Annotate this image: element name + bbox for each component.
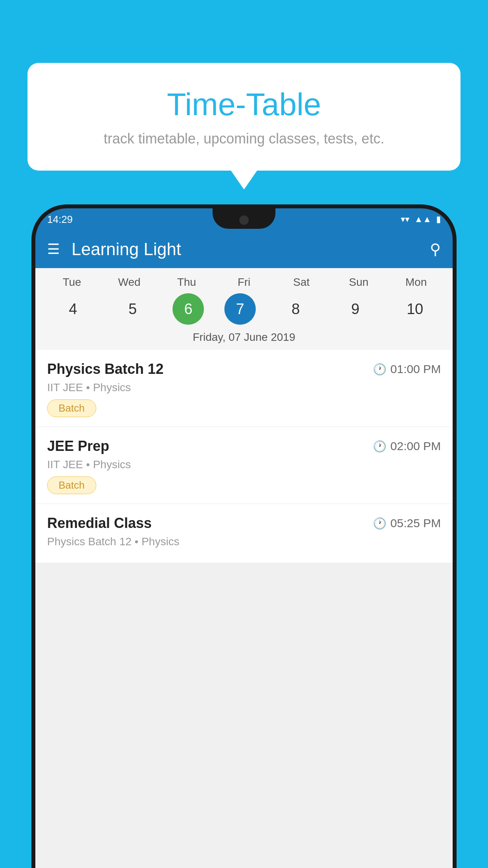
clock-icon: 🕐 [373,440,387,453]
wifi-icon: ▾▾ [401,214,409,224]
day-numbers-row: 45678910 [43,293,445,325]
calendar-day-name: Sat [282,276,321,289]
calendar-day-number[interactable]: 7 [224,293,256,325]
screen-content: TueWedThuFriSatSunMon 45678910 Friday, 0… [35,268,453,868]
speech-bubble: Time-Table track timetable, upcoming cla… [28,63,460,171]
class-name: Remedial Class [47,515,152,531]
class-time: 🕐 01:00 PM [373,362,441,376]
calendar-day-name: Wed [110,276,149,289]
camera [239,215,249,225]
class-time: 🕐 05:25 PM [373,517,441,530]
class-item-header: Physics Batch 12 🕐 01:00 PM [47,361,441,377]
calendar-day-name: Sun [339,276,378,289]
app-title: Learning Light [72,239,430,259]
class-meta: Physics Batch 12 • Physics [47,535,441,548]
calendar-day-name: Thu [167,276,206,289]
calendar-day-name: Tue [52,276,92,289]
selected-date: Friday, 07 June 2019 [43,331,445,350]
class-item[interactable]: JEE Prep 🕐 02:00 PM IIT JEE • Physics Ba… [35,427,453,504]
battery-icon: ▮ [436,214,441,224]
class-item-header: JEE Prep 🕐 02:00 PM [47,438,441,454]
class-list: Physics Batch 12 🕐 01:00 PM IIT JEE • Ph… [35,350,453,563]
class-meta: IIT JEE • Physics [47,381,441,394]
speech-bubble-container: Time-Table track timetable, upcoming cla… [28,63,460,171]
calendar-day-number[interactable]: 5 [113,293,152,325]
speech-bubble-title: Time-Table [47,86,441,123]
app-bar: ☰ Learning Light ⚲ [35,230,453,268]
notch [213,208,275,229]
calendar-day-number[interactable]: 6 [172,293,204,325]
class-item-header: Remedial Class 🕐 05:25 PM [47,515,441,531]
class-item[interactable]: Remedial Class 🕐 05:25 PM Physics Batch … [35,504,453,563]
phone-frame: 14:29 ▾▾ ▲▲ ▮ ☰ Learning Light ⚲ TueWedT… [31,204,457,868]
calendar-day-number[interactable]: 10 [395,293,435,325]
calendar-day-number[interactable]: 4 [53,293,93,325]
clock-icon: 🕐 [373,363,387,376]
calendar-day-number[interactable]: 9 [336,293,375,325]
clock-icon: 🕐 [373,517,387,530]
day-names-row: TueWedThuFriSatSunMon [43,276,445,289]
phone-inner: 14:29 ▾▾ ▲▲ ▮ ☰ Learning Light ⚲ TueWedT… [35,208,453,868]
batch-badge: Batch [47,476,96,494]
class-name: JEE Prep [47,438,109,454]
class-item[interactable]: Physics Batch 12 🕐 01:00 PM IIT JEE • Ph… [35,350,453,427]
status-icons: ▾▾ ▲▲ ▮ [401,214,441,224]
menu-icon[interactable]: ☰ [47,241,60,257]
calendar-strip: TueWedThuFriSatSunMon 45678910 Friday, 0… [35,268,453,350]
status-time: 14:29 [47,213,73,226]
class-name: Physics Batch 12 [47,361,163,377]
calendar-day-name: Fri [224,276,264,289]
search-icon[interactable]: ⚲ [430,241,441,258]
calendar-day-name: Mon [396,276,436,289]
batch-badge: Batch [47,399,96,417]
signal-icon: ▲▲ [414,214,431,224]
class-meta: IIT JEE • Physics [47,458,441,471]
speech-bubble-subtitle: track timetable, upcoming classes, tests… [47,131,441,147]
class-time: 🕐 02:00 PM [373,440,441,453]
calendar-day-number[interactable]: 8 [276,293,316,325]
